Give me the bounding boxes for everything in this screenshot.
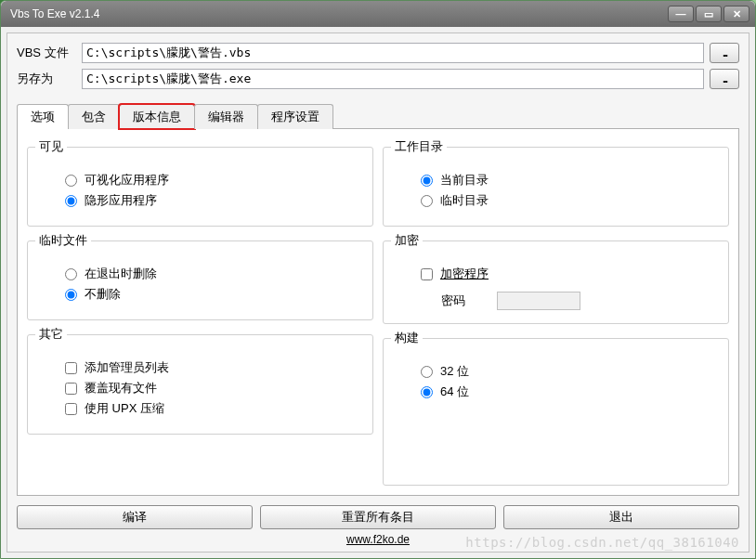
workingdir-legend: 工作目录 [391, 138, 447, 155]
tab-version-info[interactable]: 版本信息 [119, 104, 195, 129]
radio-delete-on-exit[interactable]: 在退出时删除 [65, 266, 359, 282]
saveas-label: 另存为 [17, 71, 82, 87]
tab-options[interactable]: 选项 [17, 104, 69, 129]
radio-current-dir[interactable]: 当前目录 [421, 172, 715, 188]
exit-button[interactable]: 退出 [503, 505, 739, 529]
encrypt-group: 加密 加密程序 密码 [383, 232, 729, 324]
left-column: 可见 可视化应用程序 隐形应用程序 临时文件 在退出时删除 [27, 138, 373, 486]
radio-delete-on-exit-label: 在退出时删除 [85, 266, 157, 282]
radio-temp-dir[interactable]: 临时目录 [421, 192, 715, 209]
radio-no-delete-input[interactable] [65, 289, 77, 301]
tab-settings[interactable]: 程序设置 [257, 104, 333, 129]
footer-link[interactable]: www.f2ko.de [346, 533, 410, 546]
app-window: Vbs To Exe v2.1.4 — ▭ ✕ VBS 文件 ... 另存为 .… [0, 0, 756, 559]
build-group: 构建 32 位 64 位 [383, 330, 729, 486]
radio-invisible-app-input[interactable] [65, 195, 77, 207]
tab-bar: 选项 包含 版本信息 编辑器 程序设置 [17, 104, 739, 129]
options-panel: 可见 可视化应用程序 隐形应用程序 临时文件 在退出时删除 [17, 128, 739, 496]
vbs-browse-button[interactable]: ... [710, 43, 739, 63]
footer: www.f2ko.de [17, 529, 739, 546]
radio-32bit-input[interactable] [421, 366, 433, 378]
radio-32bit-label: 32 位 [440, 363, 469, 380]
radio-64bit-input[interactable] [421, 386, 433, 398]
right-column: 工作目录 当前目录 临时目录 加密 加密程序 [383, 138, 729, 486]
radio-visible-app-label: 可视化应用程序 [85, 172, 169, 188]
tempfiles-group: 临时文件 在退出时删除 不删除 [27, 232, 373, 320]
check-encrypt-label: 加密程序 [440, 266, 489, 282]
encrypt-legend: 加密 [391, 232, 423, 249]
saveas-input[interactable] [82, 69, 704, 89]
password-input[interactable] [497, 292, 580, 310]
build-legend: 构建 [391, 330, 423, 346]
other-legend: 其它 [35, 326, 67, 343]
check-overwrite[interactable]: 覆盖现有文件 [65, 380, 359, 396]
radio-invisible-app[interactable]: 隐形应用程序 [65, 192, 359, 209]
check-admin-manifest-label: 添加管理员列表 [85, 359, 169, 376]
tempfiles-legend: 临时文件 [35, 232, 91, 249]
radio-current-dir-input[interactable] [421, 175, 433, 187]
radio-invisible-app-label: 隐形应用程序 [85, 192, 157, 209]
compile-button[interactable]: 编译 [17, 505, 253, 529]
radio-no-delete[interactable]: 不删除 [65, 286, 359, 303]
vbs-file-row: VBS 文件 ... [17, 43, 739, 63]
tab-editor[interactable]: 编辑器 [194, 104, 258, 129]
radio-32bit[interactable]: 32 位 [421, 363, 715, 380]
check-overwrite-label: 覆盖现有文件 [85, 380, 157, 396]
bottom-button-bar: 编译 重置所有条目 退出 [17, 505, 739, 529]
tab-include[interactable]: 包含 [68, 104, 120, 129]
radio-delete-on-exit-input[interactable] [65, 268, 77, 280]
check-encrypt-input[interactable] [421, 268, 433, 280]
workingdir-group: 工作目录 当前目录 临时目录 [383, 138, 729, 227]
other-group: 其它 添加管理员列表 覆盖现有文件 使用 UPX 压缩 [27, 326, 373, 435]
saveas-browse-button[interactable]: ... [710, 69, 739, 89]
radio-temp-dir-label: 临时目录 [440, 192, 489, 209]
radio-current-dir-label: 当前目录 [440, 172, 489, 188]
radio-temp-dir-input[interactable] [421, 195, 433, 207]
radio-64bit[interactable]: 64 位 [421, 384, 715, 400]
vbs-file-label: VBS 文件 [17, 45, 82, 61]
check-encrypt[interactable]: 加密程序 [421, 266, 715, 282]
check-upx-input[interactable] [65, 403, 77, 415]
visibility-legend: 可见 [35, 138, 67, 155]
titlebar: Vbs To Exe v2.1.4 — ▭ ✕ [1, 1, 755, 27]
radio-visible-app[interactable]: 可视化应用程序 [65, 172, 359, 188]
check-upx[interactable]: 使用 UPX 压缩 [65, 400, 359, 417]
close-button[interactable]: ✕ [723, 6, 749, 22]
visibility-group: 可见 可视化应用程序 隐形应用程序 [27, 138, 373, 227]
reset-button[interactable]: 重置所有条目 [260, 505, 496, 529]
check-upx-label: 使用 UPX 压缩 [85, 400, 164, 417]
saveas-row: 另存为 ... [17, 69, 739, 89]
radio-no-delete-label: 不删除 [85, 286, 121, 303]
check-admin-manifest-input[interactable] [65, 362, 77, 374]
password-row: 密码 [421, 292, 715, 310]
content-area: VBS 文件 ... 另存为 ... 选项 包含 版本信息 编辑器 程序设置 可… [7, 32, 749, 552]
check-overwrite-input[interactable] [65, 383, 77, 395]
minimize-button[interactable]: — [668, 6, 694, 22]
radio-visible-app-input[interactable] [65, 175, 77, 187]
vbs-file-input[interactable] [82, 43, 704, 63]
check-admin-manifest[interactable]: 添加管理员列表 [65, 359, 359, 376]
password-label: 密码 [441, 292, 497, 309]
window-title: Vbs To Exe v2.1.4 [7, 7, 666, 20]
maximize-button[interactable]: ▭ [696, 6, 722, 22]
radio-64bit-label: 64 位 [440, 384, 469, 400]
